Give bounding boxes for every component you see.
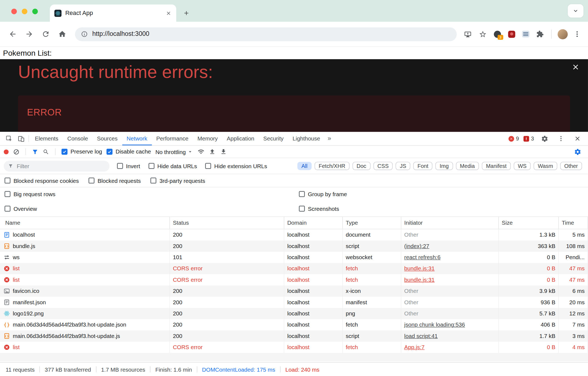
network-request-row[interactable]: favicon.ico200localhostx-iconOther3.9 kB… — [0, 286, 588, 297]
bookmark-star-icon[interactable] — [477, 27, 488, 42]
column-header-initiator[interactable]: Initiator — [401, 217, 499, 229]
disable-cache-checkbox[interactable]: Disable cache — [107, 148, 151, 155]
blocked-response-cookies-checkbox[interactable]: Blocked response cookies — [5, 177, 79, 184]
request-initiator-cell[interactable]: bundle.js:31 — [401, 263, 499, 274]
close-window-button[interactable] — [11, 9, 17, 14]
invert-checkbox[interactable]: Invert — [117, 163, 140, 169]
address-bar[interactable]: http://localhost:3000 — [75, 27, 457, 41]
devtools-settings-gear-icon[interactable] — [539, 133, 550, 144]
request-name-cell[interactable]: bundle.js — [0, 240, 170, 252]
hide-extension-urls-checkbox[interactable]: Hide extension URLs — [205, 163, 267, 169]
devtools-tab-sources[interactable]: Sources — [92, 132, 122, 145]
filter-type-pill-fetch-xhr[interactable]: Fetch/XHR — [315, 162, 349, 170]
column-header-name[interactable]: Name — [0, 217, 170, 229]
3rd-party-requests-checkbox[interactable]: 3rd-party requests — [150, 177, 205, 184]
network-request-row[interactable]: main.06d3d4d56ad44f2ba9f3.hot-update.js2… — [0, 330, 588, 341]
device-toolbar-icon[interactable] — [15, 133, 27, 144]
devtools-tab-memory[interactable]: Memory — [193, 132, 222, 145]
network-request-row[interactable]: manifest.json200localhostmanifestOther93… — [0, 297, 588, 308]
request-initiator-cell[interactable]: App.js:7 — [401, 341, 499, 353]
profile-avatar[interactable] — [558, 29, 568, 39]
column-header-type[interactable]: Type — [343, 217, 401, 229]
column-header-status[interactable]: Status — [170, 217, 284, 229]
devtools-tab-security[interactable]: Security — [259, 132, 288, 145]
request-initiator-cell[interactable]: jsonp chunk loading:536 — [401, 319, 499, 330]
column-header-time[interactable]: Time — [559, 217, 588, 229]
home-button[interactable] — [55, 27, 70, 42]
issues-badge[interactable]: ! 3 — [524, 136, 534, 142]
url-text[interactable]: http://localhost:3000 — [92, 30, 149, 38]
filter-type-pill-img[interactable]: Img — [435, 162, 453, 170]
big-request-rows-checkbox[interactable]: Big request rows — [5, 191, 55, 197]
request-name-cell[interactable]: manifest.json — [0, 297, 170, 308]
network-request-row[interactable]: listCORS errorlocalhostfetchbundle.js:31… — [0, 274, 588, 285]
extension-icon-3[interactable] — [521, 29, 531, 39]
new-tab-button[interactable] — [181, 8, 192, 19]
clear-network-log-icon[interactable] — [13, 149, 19, 155]
network-request-row[interactable]: bundle.js200localhostscript(index):27363… — [0, 240, 588, 252]
install-app-icon[interactable] — [462, 27, 473, 42]
search-network-icon[interactable] — [43, 149, 49, 155]
network-filter-box[interactable] — [4, 161, 110, 171]
overview-checkbox[interactable]: Overview — [5, 206, 37, 212]
devtools-tab-elements[interactable]: Elements — [30, 132, 63, 145]
filter-toggle-icon[interactable] — [32, 149, 38, 155]
blocked-requests-checkbox[interactable]: Blocked requests — [89, 177, 141, 184]
zoom-window-button[interactable] — [32, 9, 38, 14]
browser-menu-icon[interactable] — [571, 27, 583, 42]
network-request-row[interactable]: main.06d3d4d56ad44f2ba9f3.hot-update.jso… — [0, 319, 588, 330]
screenshots-checkbox[interactable]: Screenshots — [299, 206, 339, 212]
group-by-frame-checkbox[interactable]: Group by frame — [299, 191, 347, 197]
network-request-row[interactable]: listCORS errorlocalhostfetchbundle.js:31… — [0, 263, 588, 274]
filter-type-pill-wasm[interactable]: Wasm — [534, 162, 557, 170]
devtools-close-icon[interactable] — [571, 133, 583, 144]
export-har-icon[interactable] — [220, 148, 227, 155]
column-header-size[interactable]: Size — [499, 217, 559, 229]
throttling-dropdown[interactable]: No throttling — [155, 149, 193, 155]
devtools-menu-icon[interactable] — [555, 133, 567, 144]
request-name-cell[interactable]: logo192.png — [0, 308, 170, 319]
more-tabs-icon[interactable]: » — [325, 135, 334, 142]
filter-type-pill-ws[interactable]: WS — [514, 162, 531, 170]
preserve-log-checkbox[interactable]: Preserve log — [61, 148, 102, 155]
request-name-cell[interactable]: favicon.ico — [0, 286, 170, 297]
tab-close-icon[interactable] — [165, 10, 172, 17]
hide-data-urls-checkbox[interactable]: Hide data URLs — [148, 163, 197, 169]
request-initiator-cell[interactable]: load script:41 — [401, 330, 499, 341]
devtools-tab-performance[interactable]: Performance — [152, 132, 193, 145]
request-name-cell[interactable]: main.06d3d4d56ad44f2ba9f3.hot-update.jso… — [0, 319, 170, 330]
back-button[interactable] — [5, 27, 20, 42]
devtools-tab-lighthouse[interactable]: Lighthouse — [288, 132, 324, 145]
filter-type-pill-manifest[interactable]: Manifest — [482, 162, 511, 170]
filter-type-pill-doc[interactable]: Doc — [352, 162, 370, 170]
filter-type-pill-all[interactable]: All — [297, 162, 312, 170]
filter-type-pill-media[interactable]: Media — [456, 162, 479, 170]
console-error-badge[interactable]: 9 — [508, 136, 519, 142]
filter-type-pill-font[interactable]: Font — [413, 162, 432, 170]
request-initiator-cell[interactable]: bundle.js:31 — [401, 274, 499, 285]
devtools-tab-console[interactable]: Console — [63, 132, 92, 145]
request-name-cell[interactable]: list — [0, 263, 170, 274]
network-filter-input[interactable] — [16, 162, 105, 170]
network-request-row[interactable]: listCORS errorlocalhostfetchApp.js:70 B4… — [0, 341, 588, 353]
reload-button[interactable] — [38, 27, 53, 42]
column-header-domain[interactable]: Domain — [284, 217, 343, 229]
request-name-cell[interactable]: main.06d3d4d56ad44f2ba9f3.hot-update.js — [0, 330, 170, 341]
forward-button[interactable] — [22, 27, 37, 42]
extension-icon-2[interactable] — [506, 29, 517, 39]
filter-type-pill-other[interactable]: Other — [560, 162, 582, 170]
network-request-row[interactable]: localhost200localhostdocumentOther1.3 kB… — [0, 229, 588, 240]
request-name-cell[interactable]: localhost — [0, 229, 170, 240]
network-settings-gear-icon[interactable] — [574, 148, 581, 155]
overlay-close-icon[interactable] — [571, 62, 581, 72]
request-name-cell[interactable]: ws — [0, 252, 170, 263]
record-network-log-button[interactable] — [4, 149, 9, 154]
extensions-puzzle-icon[interactable] — [535, 29, 545, 39]
minimize-window-button[interactable] — [22, 9, 27, 14]
network-request-row[interactable]: ws101localhostwebsocketreact refresh:60 … — [0, 252, 588, 263]
request-name-cell[interactable]: list — [0, 274, 170, 285]
tab-search-button[interactable] — [568, 4, 584, 18]
filter-type-pill-js[interactable]: JS — [396, 162, 410, 170]
request-name-cell[interactable]: list — [0, 341, 170, 353]
site-info-icon[interactable] — [81, 31, 88, 37]
